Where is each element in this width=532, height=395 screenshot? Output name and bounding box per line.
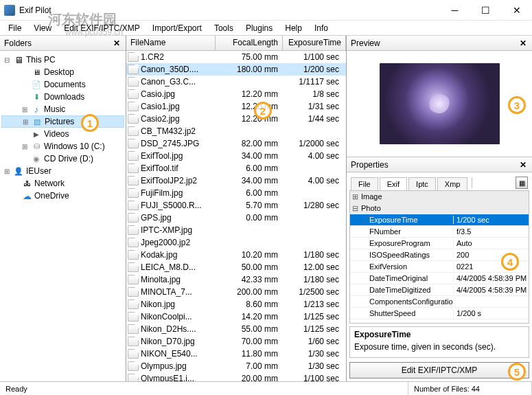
property-row[interactable]: DateTimeOriginal4/4/2005 4:58:39 PM	[350, 273, 529, 284]
file-row[interactable]: CB_TM432.jp2	[126, 125, 346, 137]
edit-exif-button[interactable]: Edit EXIF/IPTC/XMP	[349, 362, 529, 379]
file-row[interactable]: Nikon_D2Hs....55.00 mm1/125 sec	[126, 323, 346, 335]
file-row[interactable]: ExifToolJP2.jp234.00 mm4.00 sec	[126, 174, 346, 187]
file-focal: 34.00 mm	[215, 176, 282, 185]
col-focallength[interactable]: FocalLength	[216, 36, 283, 50]
file-row[interactable]: ExifTool.tif6.00 mm	[126, 162, 346, 174]
file-exposure: 1/2000 sec	[282, 139, 346, 148]
file-icon	[128, 77, 139, 87]
menu-edit-exif[interactable]: Edit EXIF/IPTC/XMP	[58, 22, 146, 34]
file-row[interactable]: MINOLTA_7...200.00 mm1/2500 sec	[126, 286, 346, 298]
tree-node[interactable]: ⊞Music	[1, 103, 124, 115]
file-focal: 82.00 mm	[215, 139, 282, 148]
property-row[interactable]: ⊞Image	[350, 191, 529, 203]
file-row[interactable]: Casio1.jpg12.20 mm1/31 sec	[126, 100, 346, 113]
tree-node[interactable]: ⊞IEUser	[1, 165, 124, 177]
properties-options-button[interactable]: ▦	[516, 177, 528, 189]
property-row[interactable]: ExifVersion0221	[350, 261, 529, 273]
file-row[interactable]: NIKON_E540...11.80 mm1/30 sec	[126, 348, 346, 360]
file-focal: 12.20 mm	[215, 102, 282, 111]
window-title: Exif Pilot	[19, 5, 439, 15]
tab-iptc[interactable]: Iptc	[408, 177, 436, 190]
statusbar: Ready Number of Files: 44	[0, 381, 532, 395]
file-row[interactable]: Minolta.jpg42.33 mm1/180 sec	[126, 273, 346, 286]
property-row[interactable]: ExposureTime1/200 sec	[350, 214, 529, 226]
properties-header: Properties ✕	[347, 157, 532, 172]
menu-import-export[interactable]: Import/Export	[147, 22, 207, 34]
property-row[interactable]: ShutterSpeed1/200 s	[350, 308, 529, 319]
file-row[interactable]: Jpeg2000.jp2	[126, 236, 346, 249]
file-row[interactable]: 1.CR275.00 mm1/100 sec	[126, 51, 346, 63]
property-grid[interactable]: ⊞Image⊟PhotoExposureTime1/200 secFNumber…	[349, 190, 529, 324]
menu-plugins[interactable]: Plugins	[240, 22, 278, 34]
property-value: f/3.5	[453, 227, 529, 236]
file-row[interactable]: Canon_G3.C...1/1117 sec	[126, 76, 346, 88]
expand-icon[interactable]: ⊞	[350, 192, 360, 201]
expand-icon[interactable]: ⊞	[3, 168, 11, 175]
tree-node[interactable]: ⊞Pictures	[1, 115, 124, 128]
file-row[interactable]: OlympusE1.j...20.00 mm1/100 sec	[126, 372, 346, 381]
property-name: FNumber	[360, 227, 453, 236]
file-row[interactable]: Olympus.jpg7.00 mm1/30 sec	[126, 360, 346, 372]
menu-help[interactable]: Help	[279, 22, 308, 34]
file-row[interactable]: Kodak.jpg10.20 mm1/180 sec	[126, 249, 346, 261]
expand-icon[interactable]: ⊟	[350, 204, 360, 213]
file-row[interactable]: Nikon_D70.jpg70.00 mm1/60 sec	[126, 335, 346, 348]
tree-node[interactable]: Downloads	[1, 91, 124, 103]
tree-node[interactable]: ⊞Windows 10 (C:)	[1, 140, 124, 153]
property-row[interactable]: ISOSpeedRatings200	[350, 249, 529, 261]
tree-node[interactable]: OneDrive	[1, 190, 124, 202]
file-row[interactable]: GPS.jpg0.00 mm	[126, 212, 346, 224]
file-focal: 10.20 mm	[215, 250, 282, 260]
file-row[interactable]: Nikon.jpg8.60 mm1/213 sec	[126, 298, 346, 311]
menu-file[interactable]: File	[3, 22, 27, 34]
tab-file[interactable]: File	[351, 177, 378, 190]
col-exposuretime[interactable]: ExposureTime	[283, 36, 346, 50]
folders-close-icon[interactable]: ✕	[111, 38, 123, 48]
expand-icon[interactable]: ⊞	[21, 106, 29, 113]
tree-node[interactable]: Documents	[1, 78, 124, 91]
file-row[interactable]: IPTC-XMP.jpg	[126, 224, 346, 236]
minimize-button[interactable]: ─	[439, 0, 470, 21]
tree-node[interactable]: Videos	[1, 128, 124, 140]
menu-view[interactable]: View	[28, 22, 57, 34]
maximize-button[interactable]: ☐	[470, 0, 501, 21]
tree-node[interactable]: Network	[1, 177, 124, 190]
property-name: ExposureProgram	[360, 239, 453, 247]
file-row[interactable]: NikonCoolpi...14.20 mm1/125 sec	[126, 311, 346, 323]
property-row[interactable]: ComponentsConfiguration	[350, 296, 529, 308]
file-exposure: 1/60 sec	[282, 337, 346, 346]
file-icon	[128, 213, 139, 223]
file-list-body[interactable]: 1.CR275.00 mm1/100 secCanon_350D....180.…	[126, 51, 346, 381]
file-row[interactable]: LEICA_M8.D...50.00 mm12.00 sec	[126, 261, 346, 273]
expand-icon[interactable]: ⊟	[3, 56, 11, 64]
menu-tools[interactable]: Tools	[209, 22, 239, 34]
tab-xmp[interactable]: Xmp	[437, 177, 468, 190]
menu-info[interactable]: Info	[309, 22, 334, 34]
file-row[interactable]: Casio.jpg12.20 mm1/8 sec	[126, 88, 346, 100]
expand-icon[interactable]: ⊞	[21, 118, 30, 126]
property-row[interactable]: FNumberf/3.5	[350, 226, 529, 238]
preview-close-icon[interactable]: ✕	[517, 38, 529, 48]
expand-icon[interactable]: ⊞	[21, 143, 29, 150]
file-focal: 55.00 mm	[215, 324, 282, 334]
tree-node[interactable]: Desktop	[1, 66, 124, 78]
col-filename[interactable]: FileName	[126, 36, 216, 50]
property-row[interactable]: ⊟Photo	[350, 203, 529, 214]
file-row[interactable]: FujiFilm.jpg6.00 mm	[126, 187, 346, 199]
property-row[interactable]: DateTimeDigitized4/4/2005 4:58:39 PM	[350, 284, 529, 296]
file-row[interactable]: Casio2.jpg12.20 mm1/44 sec	[126, 113, 346, 125]
properties-close-icon[interactable]: ✕	[517, 160, 529, 170]
tab-exif[interactable]: Exif	[380, 177, 407, 191]
close-button[interactable]: ✕	[501, 0, 532, 21]
tree-node[interactable]: ⊟This PC	[1, 54, 124, 66]
property-description: ExposureTime Exposure time, given in sec…	[349, 326, 529, 358]
file-row[interactable]: FUJI_S5000.R...5.70 mm1/280 sec	[126, 199, 346, 212]
file-row[interactable]: DSD_2745.JPG82.00 mm1/2000 sec	[126, 137, 346, 150]
file-name: FujiFilm.jpg	[141, 188, 215, 198]
property-row[interactable]: ExposureProgramAuto	[350, 238, 529, 249]
folder-tree[interactable]: ⊟This PCDesktopDocumentsDownloads⊞Music⊞…	[0, 51, 126, 381]
file-row[interactable]: Canon_350D....180.00 mm1/200 sec	[126, 63, 346, 76]
file-row[interactable]: ExifTool.jpg34.00 mm4.00 sec	[126, 150, 346, 162]
tree-node[interactable]: CD Drive (D:)	[1, 153, 124, 165]
